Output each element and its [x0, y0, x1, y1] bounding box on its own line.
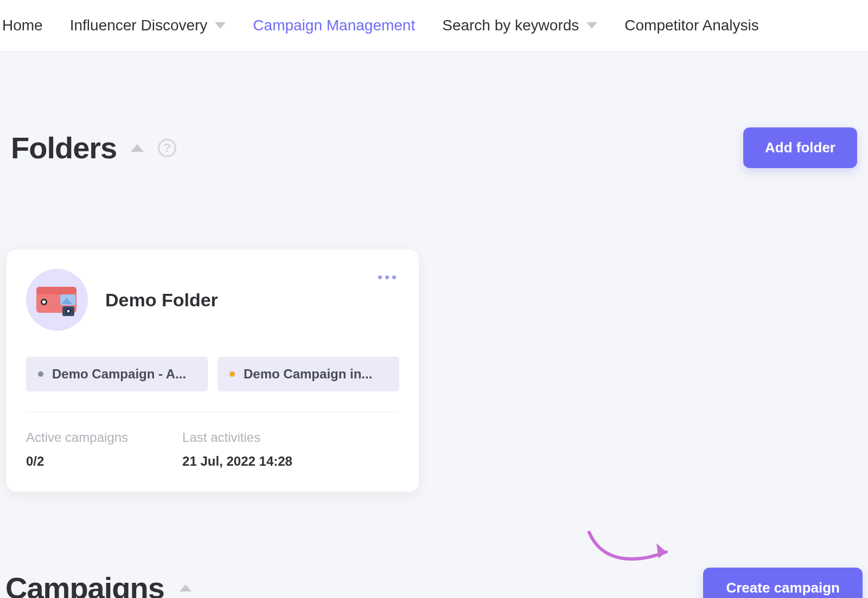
nav-label: Search by keywords — [442, 17, 579, 34]
collapse-campaigns-icon[interactable] — [180, 584, 192, 591]
collapse-folders-icon[interactable] — [131, 144, 144, 152]
help-icon[interactable]: ? — [158, 139, 176, 157]
folder-card[interactable]: Demo Folder Demo Campaign - A... Demo Ca… — [7, 249, 419, 492]
folder-more-icon[interactable] — [375, 272, 399, 282]
campaigns-section: Campaigns Create campaign — [0, 568, 868, 598]
chevron-down-icon — [215, 22, 226, 29]
nav-label: Competitor Analysis — [624, 17, 758, 34]
campaigns-heading: Campaigns — [5, 570, 164, 598]
annotation-arrow-icon — [586, 525, 684, 574]
chevron-down-icon — [586, 22, 597, 29]
status-dot-icon — [229, 371, 235, 377]
stat-value: 0/2 — [26, 454, 128, 469]
stat-value: 21 Jul, 2022 14:28 — [182, 454, 292, 469]
nav-competitor-analysis[interactable]: Competitor Analysis — [624, 17, 758, 34]
top-nav: Home Influencer Discovery Campaign Manag… — [0, 0, 868, 52]
nav-home[interactable]: Home — [2, 17, 43, 34]
svg-marker-9 — [656, 543, 666, 558]
folder-avatar-icon — [26, 269, 88, 331]
nav-search-keywords[interactable]: Search by keywords — [442, 17, 597, 34]
divider — [26, 412, 399, 413]
chip-label: Demo Campaign - A... — [52, 366, 186, 382]
create-campaign-button[interactable]: Create campaign — [703, 568, 863, 598]
svg-point-8 — [67, 310, 70, 313]
add-folder-button[interactable]: Add folder — [743, 127, 857, 168]
svg-rect-1 — [36, 287, 76, 294]
nav-campaign-management[interactable]: Campaign Management — [253, 17, 415, 34]
campaign-chip[interactable]: Demo Campaign - A... — [26, 357, 208, 391]
stat-last-activities: Last activities 21 Jul, 2022 14:28 — [182, 430, 292, 469]
stat-active-campaigns: Active campaigns 0/2 — [26, 430, 128, 469]
stat-label: Last activities — [182, 430, 292, 445]
chip-label: Demo Campaign in... — [244, 366, 372, 382]
stat-label: Active campaigns — [26, 430, 128, 445]
svg-point-3 — [42, 300, 46, 304]
status-dot-icon — [38, 371, 43, 377]
campaign-chip[interactable]: Demo Campaign in... — [218, 357, 399, 391]
nav-label: Home — [2, 17, 43, 34]
folder-title: Demo Folder — [105, 290, 218, 311]
folders-heading: Folders — [11, 130, 117, 165]
nav-label: Influencer Discovery — [70, 17, 208, 34]
nav-influencer-discovery[interactable]: Influencer Discovery — [70, 17, 226, 34]
nav-label: Campaign Management — [253, 17, 415, 34]
folders-section: Folders ? Add folder — [0, 52, 868, 492]
